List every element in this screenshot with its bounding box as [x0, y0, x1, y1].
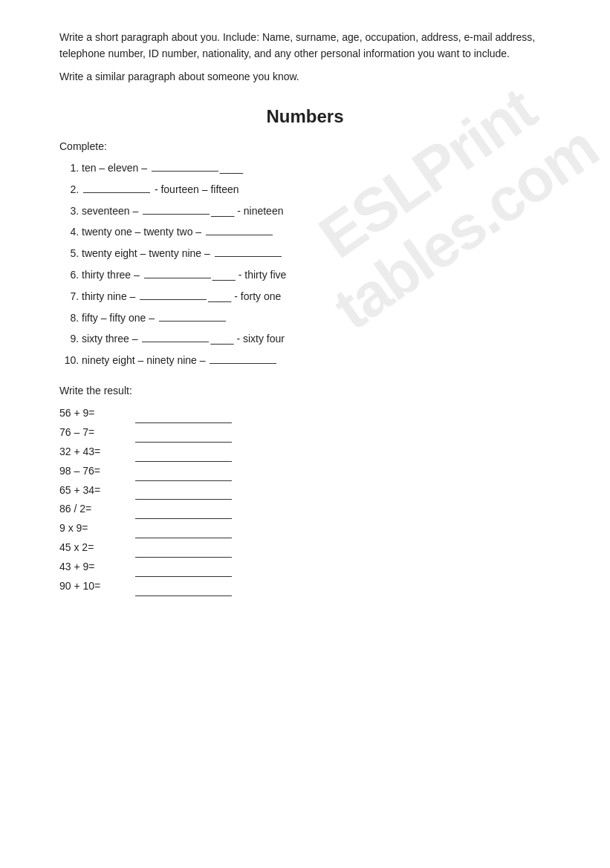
- number-blank: [142, 342, 209, 342]
- math-expression: 32 + 43=: [59, 443, 134, 462]
- math-expression: 86 / 2=: [59, 500, 134, 519]
- math-exercises: 56 + 9=76 – 7=32 + 43=98 – 76=65 + 34=86…: [59, 404, 551, 596]
- number-blank: [83, 192, 150, 193]
- math-expression: 65 + 34=: [59, 481, 134, 500]
- number-list-item: fifty – fifty one –: [82, 310, 551, 327]
- math-row: 32 + 43=: [59, 443, 551, 462]
- math-row: 43 + 9=: [59, 558, 551, 577]
- number-list: ten – eleven – ____ - fourteen – fifteen…: [82, 160, 551, 370]
- section-title: Numbers: [59, 106, 551, 127]
- number-blank: [206, 235, 273, 235]
- math-expression: 43 + 9=: [59, 558, 134, 577]
- math-row: 56 + 9=: [59, 404, 551, 423]
- write-result-label: Write the result:: [59, 385, 551, 397]
- math-row: 90 + 10=: [59, 577, 551, 596]
- number-list-item: ten – eleven – ____: [82, 160, 551, 177]
- math-expression: 9 x 9=: [59, 519, 134, 538]
- math-answer-blank: [135, 595, 232, 596]
- math-row: 86 / 2=: [59, 500, 551, 519]
- number-list-item: seventeen – ____ - nineteen: [82, 203, 551, 221]
- math-expression: 45 x 2=: [59, 538, 134, 558]
- intro-section: Write a short paragraph about you. Inclu…: [59, 30, 551, 85]
- intro-paragraph-1: Write a short paragraph about you. Inclu…: [59, 30, 551, 62]
- intro-paragraph-2: Write a similar paragraph about someone …: [59, 69, 551, 85]
- number-list-item: twenty eight – twenty nine –: [82, 245, 551, 263]
- math-row: 98 – 76=: [59, 462, 551, 481]
- number-list-item: - fourteen – fifteen: [82, 181, 551, 199]
- math-row: 65 + 34=: [59, 481, 551, 500]
- number-blank: [140, 299, 207, 300]
- math-row: 45 x 2=: [59, 538, 551, 558]
- math-expression: 76 – 7=: [59, 423, 134, 443]
- number-blank: [144, 278, 211, 278]
- number-list-item: twenty one – twenty two –: [82, 223, 551, 241]
- math-expression: 56 + 9=: [59, 404, 134, 423]
- number-list-item: sixty three – ____ - sixty four: [82, 330, 551, 348]
- number-list-item: thirty nine – ____ - forty one: [82, 288, 551, 306]
- number-blank: [152, 171, 218, 172]
- math-row: 76 – 7=: [59, 423, 551, 443]
- math-row: 9 x 9=: [59, 519, 551, 538]
- math-expression: 98 – 76=: [59, 462, 134, 481]
- math-expression: 90 + 10=: [59, 577, 134, 596]
- number-blank: [210, 363, 276, 364]
- number-list-item: thirty three – ____ - thirty five: [82, 267, 551, 284]
- number-list-item: ninety eight – ninety nine –: [82, 352, 551, 370]
- number-blank: [159, 321, 226, 322]
- number-blank: [215, 256, 282, 257]
- number-blank: [143, 214, 210, 215]
- complete-label: Complete:: [59, 140, 551, 152]
